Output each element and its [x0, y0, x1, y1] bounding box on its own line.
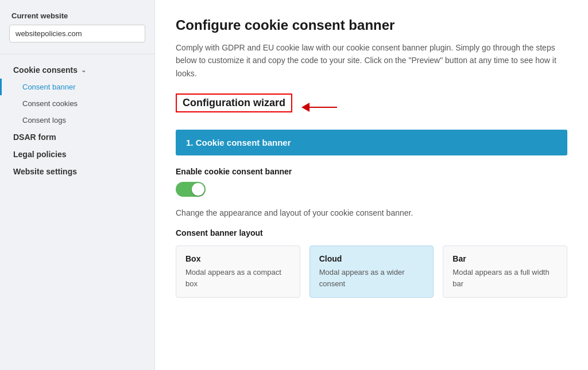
accordion-cookie-consent-banner[interactable]: 1. Cookie consent banner [176, 130, 567, 155]
sidebar-item-consent-banner[interactable]: Consent banner [0, 79, 154, 95]
layout-label: Consent banner layout [176, 228, 567, 237]
chevron-down-icon: ⌄ [81, 67, 86, 74]
consent-cookies-label: Consent cookies [22, 99, 78, 108]
enable-toggle[interactable] [176, 182, 206, 197]
accordion-title: 1. Cookie consent banner [186, 138, 291, 147]
layout-card-cloud-desc: Modal appears as a wider consent [319, 267, 424, 289]
layout-card-cloud[interactable]: Cloud Modal appears as a wider consent [310, 246, 434, 298]
sidebar-item-consent-logs[interactable]: Consent logs [0, 112, 154, 128]
config-wizard-heading: Configuration wizard [176, 94, 292, 112]
sidebar-item-legal-policies[interactable]: Legal policies [0, 146, 154, 163]
sidebar-item-website-settings[interactable]: Website settings [0, 163, 154, 180]
appearance-description: Change the appearance and layout of your… [176, 207, 567, 219]
sidebar: Current website Cookie consents ⌄ Consen… [0, 0, 155, 370]
layout-card-bar[interactable]: Bar Modal appears as a full width bar [443, 246, 567, 298]
current-website-label: Current website [0, 11, 154, 25]
layout-card-bar-desc: Modal appears as a full width bar [452, 267, 558, 289]
sidebar-divider [0, 54, 154, 54]
website-settings-label: Website settings [13, 167, 77, 176]
consent-banner-label: Consent banner [22, 83, 76, 91]
dsar-form-label: DSAR form [13, 133, 56, 142]
layout-card-cloud-title: Cloud [319, 254, 424, 263]
layout-card-box-desc: Modal appears as a compact box [185, 267, 291, 289]
toggle-container [176, 182, 567, 197]
layout-cards: Box Modal appears as a compact box Cloud… [176, 246, 567, 298]
sidebar-item-dsar-form[interactable]: DSAR form [0, 128, 154, 146]
cookie-consents-label: Cookie consents [13, 65, 78, 75]
enable-label: Enable cookie consent banner [176, 167, 567, 176]
layout-card-box-title: Box [185, 254, 291, 263]
arrow-head-icon [301, 103, 310, 112]
sidebar-item-consent-cookies[interactable]: Consent cookies [0, 95, 154, 112]
toggle-knob [192, 183, 204, 196]
layout-card-box[interactable]: Box Modal appears as a compact box [176, 246, 300, 298]
arrow-line [310, 107, 337, 108]
layout-card-bar-title: Bar [452, 254, 558, 263]
legal-policies-label: Legal policies [13, 150, 67, 159]
website-input[interactable] [9, 25, 145, 42]
sidebar-item-cookie-consents[interactable]: Cookie consents ⌄ [0, 61, 154, 79]
page-description: Comply with GDPR and EU cookie law with … [176, 41, 567, 80]
page-title: Configure cookie consent banner [176, 17, 567, 33]
consent-logs-label: Consent logs [22, 116, 66, 124]
main-content: Configure cookie consent banner Comply w… [155, 0, 588, 370]
arrow-annotation [301, 103, 337, 112]
